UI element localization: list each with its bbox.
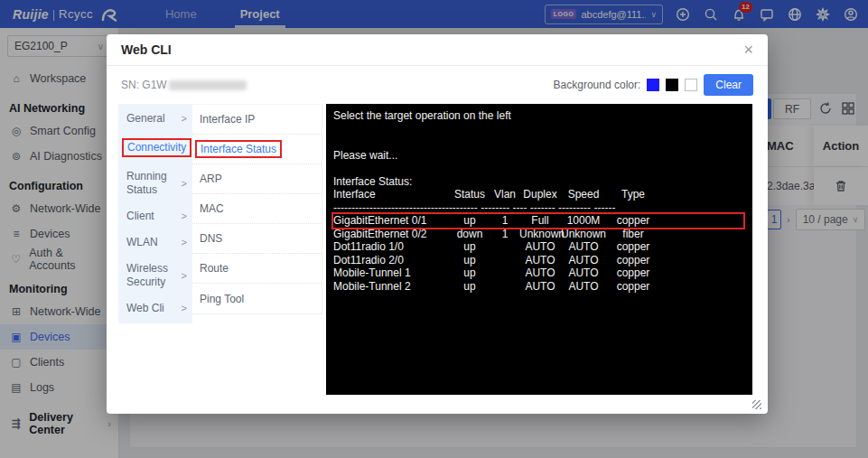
cli-submenu-mac[interactable]: MAC xyxy=(192,194,322,224)
cli-menu-running-status[interactable]: Running Status > xyxy=(118,164,192,203)
operation-menu: Interface IPInterface StatusARPMACDNSRou… xyxy=(192,104,322,314)
cli-submenu-interface-status[interactable]: Interface Status xyxy=(192,135,322,164)
background-color-label: Background color: xyxy=(554,79,641,91)
cli-submenu-interface-ip[interactable]: Interface IP xyxy=(192,105,322,135)
terminal-section-title: Interface Status: xyxy=(333,175,749,189)
terminal-interface-row: Dot11radio 2/0upAUTOAUTOcopper xyxy=(333,254,749,267)
serial-number: SN: G1W xyxy=(121,79,247,91)
terminal-interface-row-highlighted: GigabitEthernet 0/1up1Full1000Mcopper xyxy=(333,214,743,228)
background-color-tools: Background color: Clear xyxy=(554,74,753,96)
cli-menu-wireless-security[interactable]: Wireless Security > xyxy=(118,256,192,295)
terminal-separator: ----------------------------------------… xyxy=(333,201,749,215)
terminal-wait-message: Please wait... xyxy=(333,149,749,163)
chevron-right-icon: > xyxy=(182,269,187,283)
cli-menu-connectivity[interactable]: Connectivity > xyxy=(118,132,192,164)
chevron-right-icon: > xyxy=(182,112,187,126)
modal-body: General > Connectivity > Running Status … xyxy=(107,104,768,395)
cli-menu-client[interactable]: Client > xyxy=(118,203,192,229)
resize-handle-icon[interactable] xyxy=(752,400,761,409)
clear-button[interactable]: Clear xyxy=(704,74,753,96)
highlight-red-box: Interface Status xyxy=(195,140,282,158)
cli-menu-web-cli[interactable]: Web Cli > xyxy=(118,295,192,322)
chevron-right-icon: > xyxy=(182,177,187,191)
terminal-interface-row: Mobile-Tunnel 2upAUTOAUTOcopper xyxy=(333,280,749,294)
highlight-red-box: Connectivity xyxy=(122,138,191,157)
cli-submenu-arp[interactable]: ARP xyxy=(192,164,322,194)
category-menu: General > Connectivity > Running Status … xyxy=(118,104,192,323)
cli-menu-wlan[interactable]: WLAN > xyxy=(118,229,192,256)
chevron-right-icon: > xyxy=(182,236,187,249)
cli-terminal[interactable]: Select the target operation on the leftP… xyxy=(326,104,752,395)
web-cli-modal: Web CLI × SN: G1W Background color: Clea… xyxy=(107,34,768,414)
terminal-table-header: InterfaceStatusVlanDuplexSpeedType xyxy=(333,188,749,201)
cli-submenu-dns[interactable]: DNS xyxy=(192,224,322,254)
serial-number-prefix: SN: G1W xyxy=(121,79,167,91)
cli-submenu-ping-tool[interactable]: Ping Tool xyxy=(192,284,322,313)
cli-submenu-route[interactable]: Route xyxy=(192,254,322,284)
close-icon[interactable]: × xyxy=(743,42,753,58)
modal-title: Web CLI xyxy=(121,42,172,57)
chevron-right-icon: > xyxy=(182,302,187,315)
terminal-interface-row: Dot11radio 1/0upAUTOAUTOcopper xyxy=(333,240,749,254)
modal-header: Web CLI × xyxy=(107,34,768,66)
modal-toolbar: SN: G1W Background color: Clear xyxy=(107,66,768,104)
serial-number-redacted xyxy=(169,80,247,90)
color-swatch-white[interactable] xyxy=(685,79,697,91)
cli-menu-general[interactable]: General > xyxy=(118,106,192,132)
terminal-interface-row: GigabitEthernet 0/2down1UnknownUnknownfi… xyxy=(333,228,749,241)
terminal-prompt: Select the target operation on the left xyxy=(333,109,749,123)
terminal-interface-row: Mobile-Tunnel 1upAUTOAUTOcopper xyxy=(333,266,749,280)
chevron-right-icon: > xyxy=(182,210,187,223)
color-swatch-black[interactable] xyxy=(666,79,678,91)
color-swatch-blue[interactable] xyxy=(647,79,659,91)
